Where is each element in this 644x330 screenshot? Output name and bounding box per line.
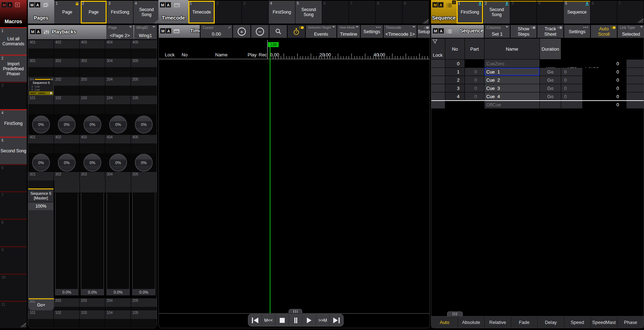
cue-trig-type-cell[interactable]: Go xyxy=(540,68,561,76)
timecode-tab[interactable]: 3 xyxy=(242,1,268,24)
cue-trig-sound-cell[interactable] xyxy=(583,60,601,67)
playback-knob[interactable]: 0% xyxy=(135,116,153,133)
playback-knob[interactable]: 0% xyxy=(58,116,76,133)
track-sheet-button[interactable]: Track Sheet xyxy=(537,25,563,38)
cue-part-cell[interactable]: 0 xyxy=(465,84,484,92)
stop-button[interactable] xyxy=(275,314,289,326)
playback-cell[interactable]: 403 xyxy=(80,40,105,49)
cue-number-cell[interactable]: 2 xyxy=(445,76,465,84)
auto-scroll-button[interactable]: Auto Scroll xyxy=(591,25,617,38)
timecode-tab[interactable]: 2 xyxy=(215,1,242,24)
encoder-bar-handle[interactable] xyxy=(447,311,463,316)
cursor-field[interactable]: Cursor 0.00 xyxy=(201,25,232,38)
playback-cell[interactable]: 203 xyxy=(80,298,105,307)
sequence-tab[interactable]: 4 xyxy=(537,1,563,24)
playback-cell[interactable]: 304 xyxy=(105,172,131,181)
sequence-tab[interactable]: 7 xyxy=(617,1,644,24)
timecode-tab[interactable]: 5 Second Song xyxy=(295,1,322,24)
playback-cell[interactable]: 204 xyxy=(105,298,131,307)
timecode-tab[interactable]: 7 xyxy=(349,1,375,24)
playback-cell[interactable]: 104 xyxy=(105,310,131,319)
playback-cell[interactable]: 203 xyxy=(80,77,105,86)
playback-knob[interactable]: 0% xyxy=(83,116,101,133)
sequence-tab[interactable]: 6 xyxy=(590,1,617,24)
transport-drag-handle[interactable] xyxy=(289,309,302,314)
cue-trig-time-cell[interactable]: 0 xyxy=(561,68,582,76)
cue-trig-time-cell[interactable] xyxy=(561,60,582,67)
playback-cell[interactable]: 402 xyxy=(54,135,79,143)
playback-knob[interactable]: 0% xyxy=(32,154,50,172)
encoder-bar-button[interactable]: Auto xyxy=(431,316,458,328)
playback-knob[interactable]: 0% xyxy=(109,116,127,133)
encoder-bar-button[interactable]: Fade xyxy=(511,316,538,328)
marker-forward-button[interactable]: >>M xyxy=(316,314,330,326)
playback-knob[interactable]: 0% xyxy=(83,154,101,172)
cue-row[interactable]: 1 0 Cue 1 Go 0 0 xyxy=(431,68,644,76)
cue-trig-sound-cell[interactable] xyxy=(583,76,601,84)
playback-cell[interactable]: 404 xyxy=(105,135,131,143)
encoder-bar-button[interactable]: Phase xyxy=(618,316,644,328)
page-tab[interactable]: 4 Second Song xyxy=(133,1,159,24)
cue-part-cell[interactable]: 0 xyxy=(465,76,484,84)
cue-part-cell[interactable]: 0 xyxy=(465,92,484,100)
link-type-button[interactable]: Link Type Selected xyxy=(618,25,644,38)
show-steps-button[interactable]: Show Steps xyxy=(511,25,537,38)
setup-button[interactable]: Setup xyxy=(417,25,430,38)
page-selector[interactable]: Page <Page 2> xyxy=(106,25,133,39)
playback-cell[interactable]: 205 xyxy=(131,298,157,307)
playback-cell[interactable]: 303 xyxy=(80,59,105,67)
page-tab[interactable]: 3 FirstSong xyxy=(107,1,133,24)
playhead-cursor[interactable] xyxy=(270,42,270,313)
timecode-pool-header[interactable]: MA Timecode xyxy=(158,0,188,24)
page-tab[interactable]: 1 Page xyxy=(54,1,80,24)
selection-target-button[interactable]: Selection Target Events xyxy=(306,25,336,38)
cue-number-cell[interactable]: 0 xyxy=(445,60,465,67)
macro-slot[interactable]: 2 Import Predefined Phaser xyxy=(0,55,27,82)
playback-cell[interactable]: 205 xyxy=(131,77,157,86)
playback-cell[interactable]: 305 xyxy=(131,172,157,181)
cue-row[interactable]: 3 0 Cue 3 Go 0 0 xyxy=(431,84,644,92)
timecode-select-button[interactable]: Timecode <Timecode 1> xyxy=(384,25,417,38)
cue-duration-cell[interactable]: 0 xyxy=(602,76,626,84)
cue-lock-cell[interactable] xyxy=(431,68,445,76)
cue-number-cell[interactable]: 1 xyxy=(445,68,465,76)
playback-cell[interactable]: 302 xyxy=(54,59,79,67)
marker-back-button[interactable]: M<< xyxy=(262,314,275,326)
encoder-bar-button[interactable]: Speed xyxy=(564,316,591,328)
timecode-tab[interactable]: 8 xyxy=(376,1,402,24)
playback-cell[interactable]: 202 xyxy=(54,77,79,86)
cue-part-cell[interactable]: 0 xyxy=(465,68,484,76)
cue-trig-type-cell[interactable]: Go xyxy=(540,76,561,84)
macro-slot[interactable]: 8 xyxy=(0,219,27,246)
cue-name-cell[interactable]: Cue 1 xyxy=(485,68,539,76)
wing-selector[interactable]: WingID Wing1 xyxy=(134,25,157,39)
cue-name-cell[interactable]: Cue 4 xyxy=(485,92,539,100)
cue-name-cell[interactable]: OffCue xyxy=(485,101,539,108)
master-sequence-label[interactable]: Sequence 5 [Master] xyxy=(28,188,54,202)
cue-duration-cell[interactable]: 0 xyxy=(602,84,626,92)
cue-trig-sound-cell[interactable] xyxy=(583,84,601,92)
cue-duration-cell[interactable]: 0 xyxy=(602,92,626,100)
playback-cell[interactable]: 302 xyxy=(54,172,79,181)
timecode-tab[interactable]: 6 xyxy=(322,1,349,24)
macro-slot[interactable]: 11 xyxy=(0,301,27,328)
timecode-tab[interactable]: 9 xyxy=(402,1,429,24)
cue-duration-cell[interactable]: 0 xyxy=(602,68,626,76)
zoom-in-button[interactable]: + xyxy=(233,25,250,38)
view-mode-button[interactable]: View Mode Timeline xyxy=(337,25,360,38)
playback-knob[interactable]: 0% xyxy=(109,154,127,172)
sequence-window-titlebar[interactable]: MA Sequence xyxy=(431,25,484,38)
cue-row[interactable]: 0 CueZero 0 xyxy=(431,60,644,67)
pause-button[interactable] xyxy=(289,314,303,326)
cue-trig-type-cell[interactable]: Go xyxy=(540,92,561,100)
playback-cell[interactable]: 305 xyxy=(131,59,157,67)
playback-cell[interactable]: 101 xyxy=(28,96,54,104)
cue-trig-time-cell[interactable] xyxy=(561,101,582,108)
timecode-window-titlebar[interactable]: MA Timecode xyxy=(159,25,200,38)
playback-cell[interactable]: 105 xyxy=(131,96,157,104)
playback-cell[interactable]: 202 xyxy=(54,298,79,307)
cue-duration-cell[interactable]: 0 xyxy=(602,101,626,108)
settings-button[interactable]: Settings ••• xyxy=(564,25,590,38)
columns-button[interactable]: Columns Set 1 xyxy=(485,25,510,38)
fader-track[interactable] xyxy=(81,193,104,289)
